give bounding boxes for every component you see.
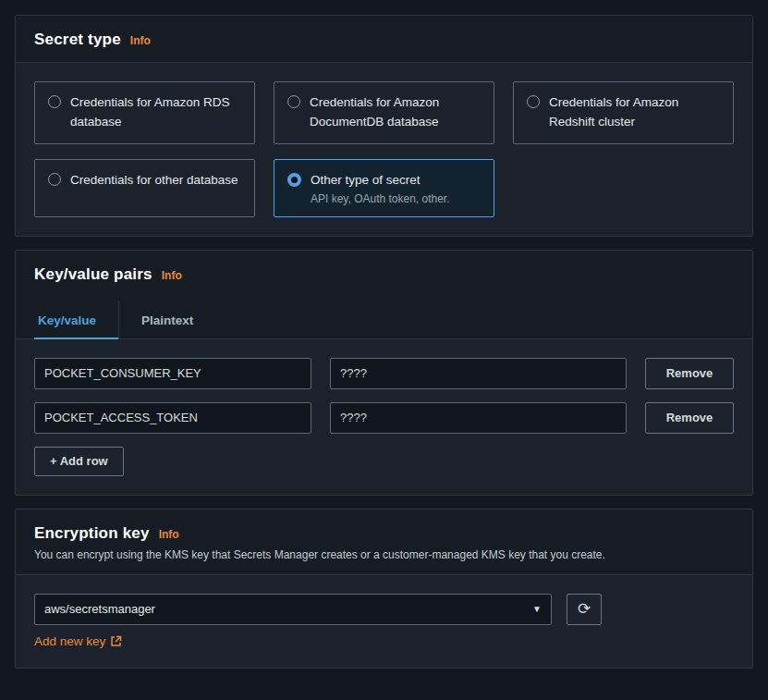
secret-value-input[interactable] bbox=[330, 358, 627, 389]
secret-key-input[interactable] bbox=[34, 402, 311, 434]
secret-type-card: Secret type Info Credentials for Amazon … bbox=[15, 15, 753, 237]
add-new-key-link[interactable]: Add new key bbox=[34, 634, 122, 648]
add-new-key-label: Add new key bbox=[34, 634, 105, 648]
radio-tile-label: Credentials for Amazon DocumentDB databa… bbox=[310, 93, 481, 132]
secret-key-input[interactable] bbox=[34, 358, 311, 389]
secret-type-info-link[interactable]: Info bbox=[130, 34, 151, 47]
encryption-key-card: Encryption key Info You can encrypt usin… bbox=[15, 509, 753, 669]
encryption-key-body: aws/secretsmanager ▼ ⟳ Add new key bbox=[16, 575, 752, 668]
radio-icon[interactable] bbox=[527, 95, 540, 108]
radio-tile-description: API key, OAuth token, other. bbox=[311, 192, 450, 205]
key-value-pairs-title: Key/value pairs bbox=[34, 265, 152, 284]
radio-selected-icon[interactable] bbox=[287, 173, 301, 187]
key-value-body: Remove Remove + Add row bbox=[16, 339, 752, 495]
radio-icon[interactable] bbox=[48, 95, 61, 108]
radio-tile-other-secret[interactable]: Other type of secret API key, OAuth toke… bbox=[274, 159, 494, 217]
external-link-icon bbox=[110, 635, 122, 647]
kms-key-selected-value: aws/secretsmanager bbox=[44, 602, 155, 616]
radio-tile-label: Credentials for Amazon RDS database bbox=[70, 93, 241, 132]
remove-row-button[interactable]: Remove bbox=[645, 402, 734, 434]
secret-value-input[interactable] bbox=[330, 402, 627, 434]
key-value-row: Remove bbox=[34, 402, 734, 434]
secret-type-title: Secret type bbox=[34, 31, 121, 49]
key-value-row: Remove bbox=[34, 358, 734, 389]
secret-type-options: Credentials for Amazon RDS database Cred… bbox=[34, 81, 734, 217]
radio-icon[interactable] bbox=[287, 95, 300, 108]
radio-tile-redshift[interactable]: Credentials for Amazon Redshift cluster bbox=[513, 81, 734, 144]
refresh-button[interactable]: ⟳ bbox=[567, 594, 602, 625]
radio-tile-label: Other type of secret bbox=[311, 173, 421, 187]
radio-icon[interactable] bbox=[48, 173, 61, 186]
remove-row-button[interactable]: Remove bbox=[645, 358, 734, 389]
encryption-key-description: You can encrypt using the KMS key that S… bbox=[34, 548, 734, 561]
radio-tile-documentdb[interactable]: Credentials for Amazon DocumentDB databa… bbox=[274, 81, 494, 144]
key-value-pairs-header: Key/value pairs Info bbox=[16, 251, 752, 301]
refresh-icon: ⟳ bbox=[578, 601, 591, 617]
tab-plaintext[interactable]: Plaintext bbox=[118, 301, 197, 338]
kms-key-select[interactable]: aws/secretsmanager ▼ bbox=[34, 594, 552, 625]
encryption-key-header: Encryption key Info You can encrypt usin… bbox=[16, 510, 752, 575]
key-value-pairs-info-link[interactable]: Info bbox=[162, 269, 182, 282]
tab-key-value[interactable]: Key/value bbox=[34, 301, 118, 338]
key-value-tabs: Key/value Plaintext bbox=[16, 301, 752, 339]
encryption-key-info-link[interactable]: Info bbox=[159, 528, 179, 541]
radio-tile-label: Credentials for Amazon Redshift cluster bbox=[549, 93, 720, 132]
add-row-button[interactable]: + Add row bbox=[34, 447, 124, 476]
chevron-down-icon: ▼ bbox=[532, 604, 542, 614]
key-value-pairs-card: Key/value pairs Info Key/value Plaintext… bbox=[15, 250, 753, 496]
radio-tile-rds[interactable]: Credentials for Amazon RDS database bbox=[34, 81, 255, 144]
encryption-key-title: Encryption key bbox=[34, 524, 150, 543]
secret-type-header: Secret type Info bbox=[16, 16, 752, 63]
radio-tile-label: Credentials for other database bbox=[70, 171, 238, 205]
secret-type-body: Credentials for Amazon RDS database Cred… bbox=[16, 63, 752, 236]
radio-tile-other-database[interactable]: Credentials for other database bbox=[34, 159, 255, 217]
